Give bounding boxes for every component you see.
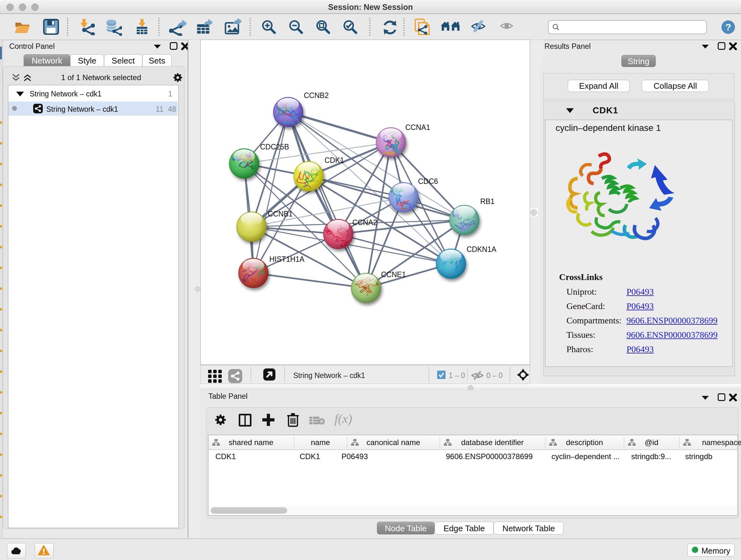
svg-text:CCNA1: CCNA1 <box>405 123 430 132</box>
svg-text:CCNB1: CCNB1 <box>268 210 293 218</box>
svg-text:CDKN1A: CDKN1A <box>467 245 496 253</box>
svg-text:HIST1H1A: HIST1H1A <box>269 255 305 263</box>
svg-text:CDC6: CDC6 <box>418 177 438 186</box>
svg-text:CDK1: CDK1 <box>325 156 344 165</box>
svg-text:RB1: RB1 <box>480 197 495 206</box>
svg-text:CCNE1: CCNE1 <box>381 270 406 279</box>
svg-text:CCNB2: CCNB2 <box>304 91 329 100</box>
svg-text:CCNA2: CCNA2 <box>352 219 377 227</box>
svg-text:CDC25B: CDC25B <box>260 143 289 151</box>
